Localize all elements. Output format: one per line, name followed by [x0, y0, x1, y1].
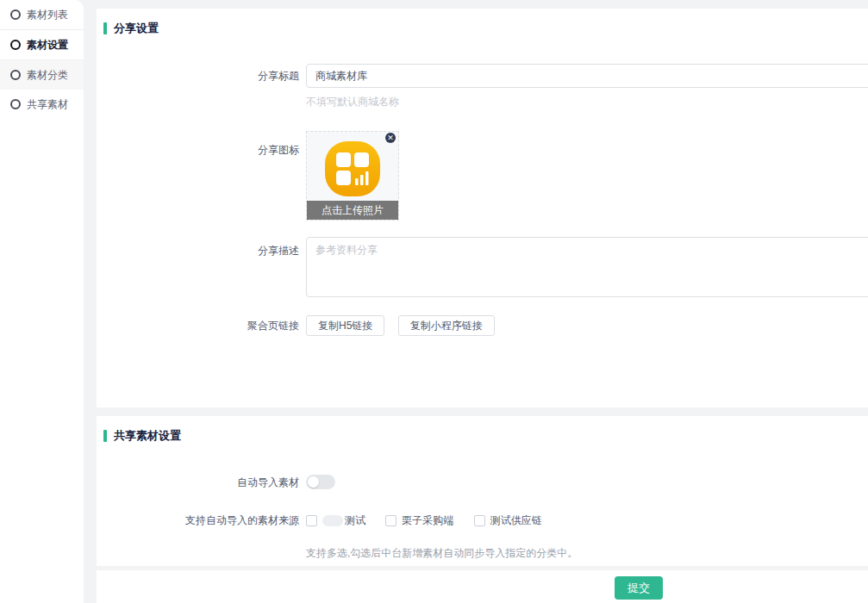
submit-bar: 提交: [97, 570, 868, 603]
checkbox-label: 栗子采购端: [402, 513, 453, 528]
share-icon-row: 分享图标: [97, 131, 868, 221]
circle-icon: [10, 70, 21, 80]
auto-import-toggle[interactable]: [306, 475, 335, 489]
section-title: 共享素材设置: [114, 428, 181, 444]
import-sources-hint: 支持多选,勾选后中台新增素材自动同步导入指定的分类中。: [306, 546, 868, 561]
submit-button[interactable]: 提交: [615, 576, 663, 600]
circle-icon: [10, 9, 21, 20]
import-sources-label: 支持自动导入的素材来源: [97, 513, 306, 529]
section-header-shared-material: 共享素材设置: [97, 428, 868, 444]
icon-upload-box[interactable]: 点击上传照片 ✕: [306, 131, 399, 221]
sidebar-item-label: 素材设置: [27, 38, 68, 53]
toggle-knob-icon: [308, 476, 319, 488]
upload-overlay-label: 点击上传照片: [307, 201, 398, 220]
import-sources-row: 支持自动导入的素材来源 测试 栗子采购端 测试供应链: [97, 513, 868, 529]
aggregate-links-row: 聚合页链接 复制H5链接 复制小程序链接: [97, 315, 868, 336]
sidebar-item-label: 素材分类: [27, 68, 68, 83]
section-header-share: 分享设置: [97, 21, 868, 36]
checkbox-icon: [306, 515, 317, 526]
sidebar-item-label: 共享素材: [27, 97, 68, 112]
shared-material-settings-card: 共享素材设置 自动导入素材 支持自动导入的素材来源 测试 栗子采购端: [97, 416, 868, 566]
sidebar-item-material-category[interactable]: 素材分类: [0, 60, 84, 90]
source-checkbox-test-supply-chain[interactable]: 测试供应链: [474, 513, 542, 528]
aggregate-links-label: 聚合页链接: [97, 315, 306, 336]
source-checkbox-lizi-procurement[interactable]: 栗子采购端: [385, 513, 453, 528]
copy-h5-link-button[interactable]: 复制H5链接: [306, 315, 384, 336]
sidebar-item-material-settings[interactable]: 素材设置: [0, 30, 84, 60]
section-accent-bar: [103, 430, 107, 442]
share-title-helper: 不填写默认商城名称: [306, 95, 868, 109]
section-accent-bar: [103, 22, 107, 34]
grid-chart-icon: [324, 140, 381, 197]
circle-icon: [10, 40, 21, 50]
sidebar-item-material-list[interactable]: 素材列表: [0, 0, 84, 30]
share-icon-label: 分享图标: [97, 131, 306, 221]
auto-import-row: 自动导入素材: [97, 475, 868, 490]
share-title-input[interactable]: [306, 64, 868, 88]
checkbox-icon: [385, 515, 397, 526]
share-desc-label: 分享描述: [97, 237, 306, 300]
share-title-label: 分享标题: [97, 64, 306, 88]
share-settings-card: 分享设置 分享标题 不填写默认商城名称 分享图标: [97, 9, 868, 407]
checkbox-icon: [474, 515, 485, 526]
share-title-row: 分享标题: [97, 64, 868, 88]
redacted-text: [322, 515, 343, 526]
sidebar-item-shared-material[interactable]: 共享素材: [0, 90, 84, 119]
auto-import-label: 自动导入素材: [97, 475, 306, 490]
sidebar: 素材列表 素材设置 素材分类 共享素材: [0, 0, 84, 603]
main-content: 分享设置 分享标题 不填写默认商城名称 分享图标: [97, 0, 868, 603]
checkbox-label: 测试: [345, 513, 365, 528]
share-desc-row: 分享描述: [97, 237, 868, 300]
share-desc-textarea[interactable]: [306, 237, 868, 297]
close-icon[interactable]: ✕: [385, 133, 396, 143]
section-title: 分享设置: [114, 21, 159, 36]
circle-icon: [10, 99, 21, 109]
checkbox-label: 测试供应链: [490, 513, 542, 528]
sidebar-item-label: 素材列表: [27, 8, 68, 22]
copy-miniprogram-link-button[interactable]: 复制小程序链接: [398, 315, 495, 336]
source-checkbox-test[interactable]: 测试: [306, 513, 365, 528]
